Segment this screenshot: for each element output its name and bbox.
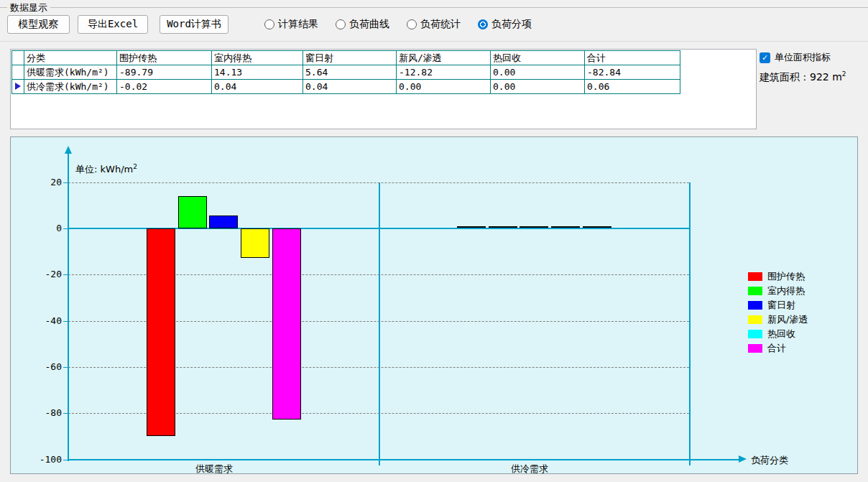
table-cell[interactable]: 0.06 — [585, 80, 680, 94]
legend-item: 热回收 — [748, 327, 808, 341]
view-radio-2[interactable]: 负荷统计 — [407, 18, 461, 31]
y-axis-tick — [63, 182, 68, 183]
column-header[interactable]: 窗日射 — [303, 51, 397, 65]
plot-right-border — [689, 182, 691, 465]
radio-label: 负荷统计 — [420, 18, 461, 31]
bar-窗日射[interactable] — [520, 226, 548, 228]
bar-合计[interactable] — [272, 228, 301, 420]
radio-label: 计算结果 — [278, 18, 318, 31]
y-tick-label: 20 — [30, 177, 62, 187]
bar-新风/渗透[interactable] — [241, 228, 269, 258]
bar-室内得热[interactable] — [489, 226, 517, 228]
legend-label: 围护传热 — [767, 270, 805, 283]
table-cell[interactable]: 供暖需求(kWh/m²) — [24, 65, 117, 80]
legend-swatch-icon — [748, 301, 762, 310]
row-selector-cell[interactable] — [12, 65, 24, 80]
legend-swatch-icon — [748, 272, 762, 281]
column-header[interactable]: 分类 — [24, 51, 117, 65]
legend-label: 热回收 — [767, 328, 795, 340]
table-cell[interactable]: 5.64 — [303, 65, 397, 80]
row-selector-header — [12, 51, 24, 65]
chart-unit-label: 单位: kWh/m2 — [75, 163, 137, 176]
table-row[interactable]: 供冷需求(kWh/m²)-0.020.040.040.000.000.06 — [12, 80, 680, 94]
legend-swatch-icon — [748, 330, 762, 338]
legend-item: 合计 — [748, 341, 808, 356]
y-tick-label: 0 — [30, 223, 62, 233]
load-breakdown-chart: 单位: kWh/m2 200-20-40-60-80-100供暖需求供冷需求 负… — [10, 136, 858, 474]
radio-unselected-icon[interactable] — [264, 19, 274, 29]
radio-selected-icon[interactable] — [478, 19, 488, 29]
category-label: 供暖需求 — [171, 463, 257, 476]
table-cell[interactable]: 供冷需求(kWh/m²) — [24, 80, 117, 94]
x-axis-arrow-icon — [739, 455, 747, 463]
column-header[interactable]: 热回收 — [491, 51, 585, 65]
y-axis-tick — [63, 274, 68, 275]
radio-label: 负荷曲线 — [349, 18, 389, 31]
bar-合计[interactable] — [583, 226, 611, 228]
table-cell[interactable]: 0.00 — [491, 80, 585, 94]
column-header[interactable]: 新风/渗透 — [397, 51, 491, 65]
checked-checkbox-icon[interactable]: ✓ — [760, 52, 770, 63]
view-radio-group: 计算结果负荷曲线负荷统计负荷分项 — [264, 15, 532, 34]
radio-unselected-icon[interactable] — [407, 19, 417, 29]
table-cell[interactable]: -82.84 — [585, 65, 680, 80]
category-label: 供冷需求 — [486, 463, 573, 476]
column-header[interactable]: 围护传热 — [117, 51, 212, 65]
export-excel-button[interactable]: 导出Excel — [78, 15, 148, 34]
column-header[interactable]: 室内得热 — [212, 51, 303, 65]
y-axis-tick — [63, 413, 68, 414]
chart-legend: 围护传热室内得热窗日射新风/渗透热回收合计 — [748, 269, 808, 356]
table-cell[interactable]: 0.04 — [303, 80, 397, 94]
unit-area-checkbox-label: 单位面积指标 — [775, 51, 831, 64]
legend-item: 室内得热 — [748, 284, 808, 298]
y-tick-label: -60 — [30, 361, 62, 372]
current-row-indicator[interactable] — [12, 80, 24, 94]
unit-area-checkbox-row[interactable]: ✓ 单位面积指标 — [760, 51, 831, 64]
gridline — [68, 182, 689, 183]
column-header[interactable]: 合计 — [585, 51, 680, 65]
y-axis-tick — [63, 321, 68, 322]
legend-swatch-icon — [748, 315, 762, 324]
current-row-arrow-icon — [15, 83, 21, 90]
legend-label: 窗日射 — [767, 299, 795, 312]
y-axis-tick — [63, 228, 68, 229]
x-axis-title: 负荷分类 — [751, 454, 788, 467]
word-report-button[interactable]: Word计算书 — [160, 15, 228, 34]
radio-label: 负荷分项 — [491, 18, 532, 31]
model-view-button[interactable]: 模型观察 — [7, 15, 70, 34]
y-tick-label: -20 — [30, 269, 62, 279]
results-table-panel: 分类围护传热室内得热窗日射新风/渗透热回收合计 供暖需求(kWh/m²)-89.… — [10, 49, 757, 129]
table-cell[interactable]: 0.00 — [397, 80, 491, 94]
bar-围护传热[interactable] — [457, 226, 486, 228]
bar-窗日射[interactable] — [209, 215, 238, 228]
legend-label: 合计 — [767, 342, 786, 355]
y-tick-label: -80 — [30, 407, 62, 418]
building-area-text: 建筑面积：922 m2 — [760, 70, 846, 84]
legend-item: 围护传热 — [748, 269, 808, 284]
y-tick-label: -40 — [30, 315, 62, 326]
x-axis-line — [68, 459, 739, 460]
legend-swatch-icon — [748, 344, 762, 353]
view-radio-3[interactable]: 负荷分项 — [478, 18, 532, 31]
category-divider-line — [379, 182, 380, 465]
y-axis-tick — [63, 460, 68, 460]
toolbar-separator — [0, 41, 868, 42]
table-cell[interactable]: -89.79 — [117, 65, 212, 80]
y-axis-line — [68, 152, 69, 461]
y-tick-label: -100 — [30, 454, 62, 465]
panel-title: 数据显示 — [7, 1, 50, 14]
table-row[interactable]: 供暖需求(kWh/m²)-89.7914.135.64-12.820.00-82… — [12, 65, 680, 80]
bar-室内得热[interactable] — [178, 196, 207, 228]
legend-swatch-icon — [748, 287, 762, 295]
bar-围护传热[interactable] — [147, 228, 175, 436]
table-cell[interactable]: 14.13 — [212, 65, 303, 80]
bar-新风/渗透[interactable] — [551, 226, 580, 228]
table-cell[interactable]: -0.02 — [117, 80, 212, 94]
radio-unselected-icon[interactable] — [336, 19, 346, 29]
view-radio-1[interactable]: 负荷曲线 — [336, 18, 389, 31]
table-cell[interactable]: -12.82 — [397, 65, 491, 80]
view-radio-0[interactable]: 计算结果 — [264, 18, 318, 31]
table-cell[interactable]: 0.00 — [491, 65, 585, 80]
table-cell[interactable]: 0.04 — [212, 80, 303, 94]
y-axis-tick — [63, 367, 68, 368]
